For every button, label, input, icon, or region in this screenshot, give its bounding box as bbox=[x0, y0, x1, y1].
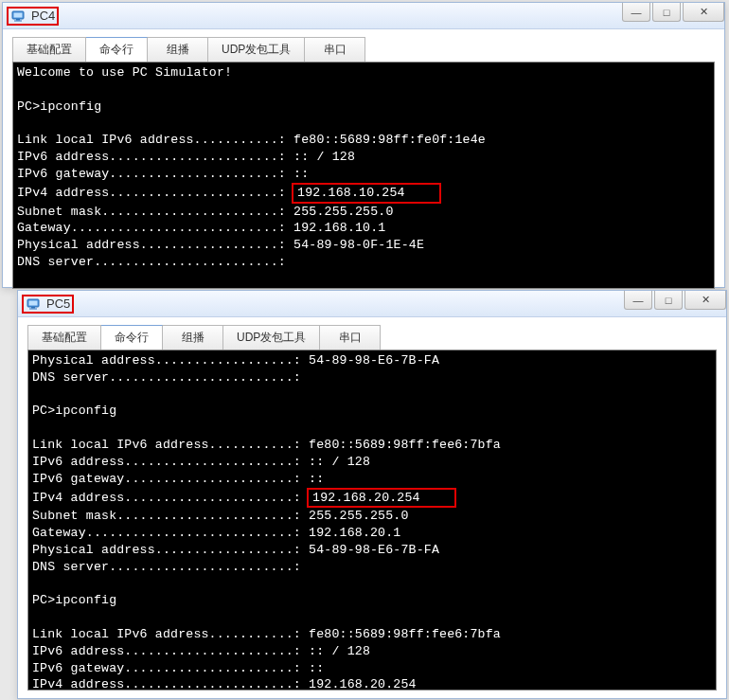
ipv4-highlight: 192.168.10.254 bbox=[292, 183, 441, 204]
tab-3[interactable]: UDP发包工具 bbox=[223, 325, 320, 350]
svg-rect-7 bbox=[29, 308, 37, 309]
tab-1[interactable]: 命令行 bbox=[86, 37, 148, 62]
terminal-line: Gateway...........................: 192.… bbox=[17, 220, 710, 237]
terminal-line: IPv6 address......................: :: /… bbox=[32, 643, 712, 660]
terminal-line: IPv4 address......................: 192.… bbox=[17, 183, 710, 204]
pc-icon bbox=[26, 296, 41, 312]
tab-bar: 基础配置命令行组播UDP发包工具串口 bbox=[3, 29, 724, 62]
terminal-line: IPv6 gateway......................: :: bbox=[17, 166, 710, 183]
window-controls: — □ ✕ bbox=[622, 291, 726, 312]
tab-2[interactable]: 组播 bbox=[148, 37, 208, 62]
terminal-line: IPv6 address......................: :: /… bbox=[17, 149, 710, 166]
title-highlight: PC5 bbox=[22, 295, 74, 314]
maximize-button[interactable]: □ bbox=[652, 3, 681, 22]
close-button[interactable]: ✕ bbox=[683, 3, 724, 22]
terminal-line bbox=[17, 81, 710, 99]
tab-0[interactable]: 基础配置 bbox=[12, 37, 86, 62]
terminal-line: Link local IPv6 address...........: fe80… bbox=[32, 626, 712, 643]
svg-rect-3 bbox=[14, 20, 22, 21]
terminal-line: Welcome to use PC Simulator! bbox=[17, 64, 710, 81]
window-title: PC4 bbox=[31, 9, 55, 23]
minimize-button[interactable]: — bbox=[624, 291, 652, 310]
terminal-line bbox=[17, 115, 710, 132]
terminal-line: Physical address..................: 54-8… bbox=[17, 237, 710, 254]
terminal-line: DNS server........................: bbox=[32, 369, 712, 386]
titlebar[interactable]: PC4 — □ ✕ bbox=[3, 3, 724, 29]
window-title: PC5 bbox=[46, 296, 70, 311]
terminal-line: DNS server........................: bbox=[17, 254, 710, 271]
terminal-line: DNS server........................: bbox=[32, 559, 712, 576]
terminal-line: Subnet mask.......................: 255.… bbox=[17, 204, 710, 221]
terminal-line: PC>ipconfig bbox=[17, 99, 710, 116]
maximize-button[interactable]: □ bbox=[654, 291, 683, 310]
tab-3[interactable]: UDP发包工具 bbox=[208, 37, 305, 62]
terminal-line bbox=[32, 420, 712, 437]
minimize-button[interactable]: — bbox=[622, 3, 650, 22]
tab-1[interactable]: 命令行 bbox=[101, 325, 163, 350]
terminal-line: Link local IPv6 address...........: fe80… bbox=[32, 437, 712, 454]
terminal-line bbox=[32, 576, 712, 593]
tab-0[interactable]: 基础配置 bbox=[27, 325, 101, 350]
tab-2[interactable]: 组播 bbox=[163, 325, 223, 350]
terminal-line: IPv4 address......................: 192.… bbox=[32, 488, 712, 509]
titlebar[interactable]: PC5 — □ ✕ bbox=[18, 291, 726, 317]
tab-4[interactable]: 串口 bbox=[305, 37, 365, 62]
terminal-line bbox=[17, 271, 710, 288]
svg-rect-2 bbox=[16, 19, 20, 21]
terminal-line bbox=[32, 386, 712, 404]
terminal-line bbox=[32, 609, 712, 626]
terminal-line: IPv6 gateway......................: :: bbox=[32, 471, 712, 488]
terminal-line: PC>ipconfig bbox=[32, 403, 712, 420]
tab-bar: 基础配置命令行组播UDP发包工具串口 bbox=[18, 317, 726, 350]
terminal-output[interactable]: Welcome to use PC Simulator! PC>ipconfig… bbox=[12, 62, 715, 289]
window-pc4: PC4 — □ ✕ 基础配置命令行组播UDP发包工具串口 Welcome to … bbox=[2, 2, 725, 288]
window-controls: — □ ✕ bbox=[620, 3, 724, 24]
title-highlight: PC4 bbox=[7, 7, 59, 26]
svg-rect-5 bbox=[29, 300, 38, 305]
terminal-line: Gateway...........................: 192.… bbox=[32, 525, 712, 542]
pc-icon bbox=[10, 9, 26, 24]
terminal-line: Link local IPv6 address...........: fe80… bbox=[17, 132, 710, 149]
terminal-line: Subnet mask.......................: 255.… bbox=[32, 508, 712, 525]
terminal-line: Physical address..................: 54-8… bbox=[32, 352, 712, 369]
tab-4[interactable]: 串口 bbox=[320, 325, 381, 350]
ipv4-highlight: 192.168.20.254 bbox=[307, 488, 456, 509]
terminal-line: PC>ipconfig bbox=[32, 592, 712, 609]
terminal-line: IPv6 address......................: :: /… bbox=[32, 454, 712, 471]
terminal-line: IPv4 address......................: 192.… bbox=[32, 676, 712, 691]
terminal-output[interactable]: Physical address..................: 54-8… bbox=[27, 350, 717, 691]
close-button[interactable]: ✕ bbox=[685, 291, 726, 310]
terminal-line: IPv6 gateway......................: :: bbox=[32, 660, 712, 677]
window-pc5: PC5 — □ ✕ 基础配置命令行组播UDP发包工具串口 Physical ad… bbox=[17, 290, 727, 699]
svg-rect-1 bbox=[14, 12, 23, 17]
svg-rect-6 bbox=[31, 307, 35, 309]
terminal-line: Physical address..................: 54-8… bbox=[32, 542, 712, 559]
